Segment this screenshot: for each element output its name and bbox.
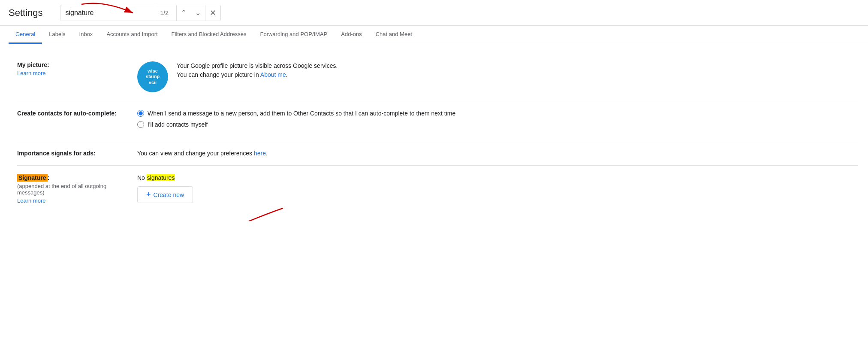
signature-learn-more[interactable]: Learn more [17,197,45,204]
signature-label: Signature: [17,174,124,181]
search-close-button[interactable]: ✕ [205,5,220,21]
arrow-annotation-bottom [206,204,300,221]
my-picture-label-col: My picture: Learn more [17,61,137,76]
radio-option-auto: When I send a message to a new person, a… [137,110,858,117]
my-picture-row: My picture: Learn more wise stamp vcii Y… [17,53,858,101]
search-bar: 1/2 ⌃ ⌄ ✕ [60,5,221,21]
tab-addons[interactable]: Add-ons [334,26,368,44]
search-prev-button[interactable]: ⌃ [177,5,191,21]
settings-content: My picture: Learn more wise stamp vcii Y… [0,44,868,221]
radio-manual-label[interactable]: I'll add contacts myself [148,121,208,128]
tab-inbox[interactable]: Inbox [72,26,100,44]
tab-labels[interactable]: Labels [42,26,72,44]
plus-icon: + [146,190,151,199]
tab-filters-blocked[interactable]: Filters and Blocked Addresses [165,26,253,44]
radio-manual-add[interactable] [137,121,144,128]
signature-colon: : [48,174,50,181]
profile-row: wise stamp vcii Your Google profile pict… [137,61,858,92]
profile-pic-initials: wise stamp vcii [146,68,160,85]
search-input[interactable] [60,5,155,21]
profile-desc-line1: Your Google profile picture is visible a… [177,61,338,70]
tab-general[interactable]: General [9,26,42,44]
header: Settings 1/2 ⌃ ⌄ ✕ [0,0,868,26]
radio-auto-add[interactable] [137,110,144,117]
about-me-link[interactable]: About me [260,71,286,78]
signatures-highlighted-word: signatures [147,174,175,181]
radio-option-manual: I'll add contacts myself [137,121,858,128]
signature-value-col: No signatures + Create new [137,174,858,203]
create-contacts-row: Create contacts for auto-complete: When … [17,101,858,141]
create-new-label: Create new [154,191,184,198]
importance-signals-value-col: You can view and change your preferences… [137,150,858,157]
no-signatures-text: No signatures [137,174,858,181]
signature-sublabel: (appended at the end of all outgoing mes… [17,183,124,196]
profile-picture[interactable]: wise stamp vcii [137,61,168,92]
search-count: 1/2 [155,5,176,21]
create-contacts-value-col: When I send a message to a new person, a… [137,110,858,132]
my-picture-value-col: wise stamp vcii Your Google profile pict… [137,61,858,92]
signature-row: Signature: (appended at the end of all o… [17,166,858,212]
importance-signals-row: Importance signals for ads: You can view… [17,141,858,166]
search-next-button[interactable]: ⌄ [191,5,205,21]
create-contacts-label: Create contacts for auto-complete: [17,110,124,117]
page-title: Settings [9,7,43,18]
profile-desc-line2: You can change your picture in About me. [177,70,338,79]
signature-label-highlighted: Signature [17,174,48,182]
importance-signals-label-col: Importance signals for ads: [17,150,137,157]
importance-signals-text: You can view and change your preferences [137,150,254,157]
here-link[interactable]: here [254,150,266,157]
create-contacts-label-col: Create contacts for auto-complete: [17,110,137,117]
my-picture-learn-more[interactable]: Learn more [17,70,45,76]
tab-accounts-import[interactable]: Accounts and Import [99,26,164,44]
tab-chat-meet[interactable]: Chat and Meet [369,26,419,44]
profile-description: Your Google profile picture is visible a… [177,61,338,79]
my-picture-label: My picture: [17,61,124,68]
create-new-button[interactable]: + Create new [137,186,193,203]
signature-label-col: Signature: (appended at the end of all o… [17,174,137,204]
tab-forwarding-pop-imap[interactable]: Forwarding and POP/IMAP [253,26,334,44]
importance-signals-suffix: . [266,150,268,157]
search-navigation: ⌃ ⌄ [176,5,205,21]
settings-tabs: General Labels Inbox Accounts and Import… [0,26,868,44]
importance-signals-label: Importance signals for ads: [17,150,124,157]
radio-auto-label[interactable]: When I send a message to a new person, a… [148,110,455,117]
